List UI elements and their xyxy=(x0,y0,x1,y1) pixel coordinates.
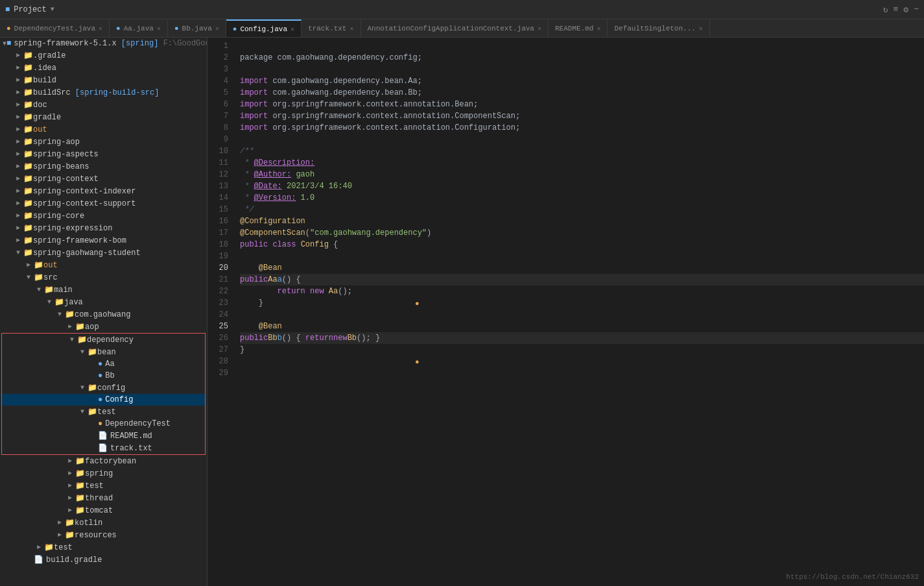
tab-aa[interactable]: ● Aa.java ✕ xyxy=(110,19,168,37)
tree-bean[interactable]: ▼ 📁 bean xyxy=(2,346,205,358)
tab-annotation[interactable]: AnnotationConfigApplicationContext.java … xyxy=(361,19,549,37)
tree-kotlin[interactable]: ► 📁 kotlin xyxy=(0,517,207,529)
code-editor: 1 2 3 4 5 6 7 8 9 10 11 12 13 14 15 16 1… xyxy=(207,38,924,586)
tree-spring-expression[interactable]: ► 📁 spring-expression xyxy=(0,222,207,234)
folder-icon: 📁 xyxy=(23,112,33,122)
tree-spring-context[interactable]: ► 📁 spring-context xyxy=(0,173,207,185)
folder-icon: 📁 xyxy=(75,469,85,478)
folder-icon: 📁 xyxy=(23,162,33,171)
tree-readme-file[interactable]: 📄 README.md xyxy=(2,430,205,442)
folder-icon: 📁 xyxy=(23,211,33,221)
tree-spring-folder[interactable]: ► 📁 spring xyxy=(0,467,207,480)
tree-idea[interactable]: ► 📁 .idea xyxy=(0,62,207,74)
tree-resources[interactable]: ► 📁 resources xyxy=(0,529,207,541)
folder-icon: 📁 xyxy=(65,518,75,528)
tree-label: com.gaohwang xyxy=(75,310,130,319)
tree-spring-gaohwang-student[interactable]: ▼ 📁 spring-gaohwang-student xyxy=(0,247,207,259)
sync-icon[interactable]: ↻ xyxy=(883,5,888,15)
tree-label: resources xyxy=(75,531,117,540)
java-icon: ● xyxy=(98,371,102,380)
folder-icon: 📁 xyxy=(23,75,33,85)
java-icon: ● xyxy=(98,419,102,428)
tree-label: src xyxy=(43,273,58,282)
tree-factorybean[interactable]: ► 📁 factorybean xyxy=(0,455,207,467)
tree-aop[interactable]: ► 📁 aop xyxy=(0,321,207,333)
tree-test-l6[interactable]: ► 📁 test xyxy=(0,480,207,492)
tree-com-gaohwang[interactable]: ▼ 📁 com.gaohwang xyxy=(0,308,207,321)
tab-close-icon[interactable]: ✕ xyxy=(290,25,294,33)
tree-label: Config xyxy=(105,395,133,404)
tab-close-icon[interactable]: ✕ xyxy=(99,25,102,32)
tree-label: config xyxy=(97,384,125,393)
tree-tomcat[interactable]: ► 📁 tomcat xyxy=(0,504,207,517)
project-folder-icon: ■ xyxy=(6,39,11,48)
code-area: 1 2 3 4 5 6 7 8 9 10 11 12 13 14 15 16 1… xyxy=(207,38,924,586)
close-icon[interactable]: − xyxy=(914,5,919,15)
tab-close-icon[interactable]: ✕ xyxy=(215,25,219,32)
tree-label: spring-context-indexer xyxy=(33,187,136,196)
tree-label: bean xyxy=(97,348,116,357)
tree-spring-framework-bom[interactable]: ► 📁 spring-framework-bom xyxy=(0,234,207,247)
tab-singleton[interactable]: DefaultSingleton... ✕ xyxy=(608,19,709,37)
tab-close-icon[interactable]: ✕ xyxy=(157,25,161,32)
tree-label: out xyxy=(43,261,58,270)
gutter-icon-25: ● xyxy=(415,358,420,366)
tab-bb[interactable]: ● Bb.java ✕ xyxy=(168,19,226,37)
tree-bb-file[interactable]: ● Bb xyxy=(2,370,205,382)
tree-spring-core[interactable]: ► 📁 spring-core xyxy=(0,210,207,222)
tree-label: spring-core xyxy=(33,212,84,221)
tree-build[interactable]: ► 📁 build xyxy=(0,74,207,86)
tree-config-folder[interactable]: ▼ 📁 config xyxy=(2,382,205,394)
settings-icon[interactable]: ⚙ xyxy=(903,5,908,15)
tab-readme[interactable]: README.md ✕ xyxy=(549,19,608,37)
tree-out-2[interactable]: ► 📁 out xyxy=(0,259,207,271)
tree-src[interactable]: ▼ 📁 src xyxy=(0,271,207,284)
tree-doc[interactable]: ► 📁 doc xyxy=(0,99,207,111)
expand-arrow-icon: ► xyxy=(34,544,44,551)
tree-config-file[interactable]: ● Config xyxy=(2,394,205,406)
tree-spring-context-indexer[interactable]: ► 📁 spring-context-indexer xyxy=(0,185,207,197)
tree-test-l3[interactable]: ► 📁 test xyxy=(0,541,207,554)
tree-gradle-folder[interactable]: ► 📁 gradle xyxy=(0,111,207,123)
tab-close-icon[interactable]: ✕ xyxy=(349,25,353,32)
tab-dependency-test[interactable]: ● DependencyTest.java ✕ xyxy=(0,19,110,37)
expand-arrow-icon: ► xyxy=(13,151,23,158)
code-content: package com.gaohwang.dependency.config; … xyxy=(233,38,924,586)
expand-arrow-icon: ► xyxy=(13,200,23,207)
tab-close-icon[interactable]: ✕ xyxy=(699,25,703,32)
expand-arrow-icon: ► xyxy=(13,52,23,59)
expand-arrow-icon: ► xyxy=(13,126,23,133)
tab-label: AnnotationConfigApplicationContext.java xyxy=(368,25,534,32)
expand-arrow-icon: ► xyxy=(13,212,23,219)
tab-close-icon[interactable]: ✕ xyxy=(538,25,541,32)
tree-test-folder[interactable]: ▼ 📁 test xyxy=(2,406,205,418)
tree-thread[interactable]: ► 📁 thread xyxy=(0,492,207,504)
tree-root[interactable]: ▼ ■ spring-framework-5.1.x [spring] F:\G… xyxy=(0,38,207,49)
tree-dependency[interactable]: ▼ 📁 dependency xyxy=(2,334,205,346)
tree-label: spring-framework-bom xyxy=(33,236,126,245)
tab-track[interactable]: track.txt ✕ xyxy=(302,19,361,37)
tree-track-file[interactable]: 📄 track.txt xyxy=(2,442,205,454)
tree-aa-file[interactable]: ● Aa xyxy=(2,358,205,370)
folder-icon: 📁 xyxy=(75,322,85,332)
tree-spring-aspects[interactable]: ► 📁 spring-aspects xyxy=(0,148,207,160)
tab-close-icon[interactable]: ✕ xyxy=(597,25,600,32)
dropdown-arrow-icon[interactable]: ▼ xyxy=(51,6,54,13)
expand-arrow-icon: ► xyxy=(13,89,23,96)
tree-main[interactable]: ▼ 📁 main xyxy=(0,284,207,296)
folder-icon: 📁 xyxy=(23,236,33,245)
tree-spring-beans[interactable]: ► 📁 spring-beans xyxy=(0,160,207,173)
tree-label: aop xyxy=(85,323,99,332)
arrange-icon[interactable]: ≡ xyxy=(894,5,899,15)
tree-label: README.md xyxy=(110,432,152,441)
tree-java[interactable]: ▼ 📁 java xyxy=(0,296,207,308)
tab-config[interactable]: ● Config.java ✕ xyxy=(226,19,302,37)
tree-spring-aop[interactable]: ► 📁 spring-aop xyxy=(0,136,207,148)
tree-dependency-test-file[interactable]: ● DependencyTest xyxy=(2,418,205,430)
tree-spring-context-support[interactable]: ► 📁 spring-context-support xyxy=(0,197,207,210)
tree-buildsrc[interactable]: ► 📁 buildSrc [spring-build-src] xyxy=(0,86,207,99)
tree-gradle[interactable]: ► 📁 .gradle xyxy=(0,49,207,62)
tree-build-gradle[interactable]: 📄 build.gradle xyxy=(0,554,207,566)
tree-out[interactable]: ► 📁 out xyxy=(0,123,207,136)
folder-icon: 📁 xyxy=(54,297,64,307)
